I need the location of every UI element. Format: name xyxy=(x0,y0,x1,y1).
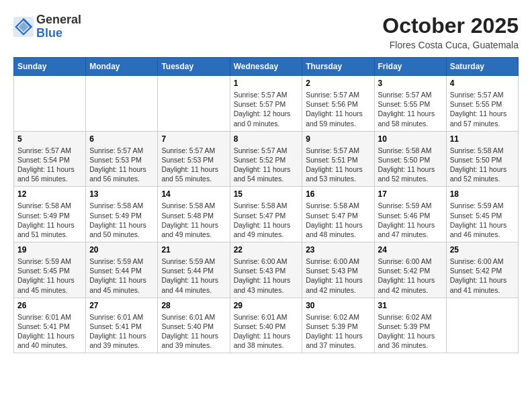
day-info: Sunrise: 5:59 AM Sunset: 5:45 PM Dayligh… xyxy=(17,257,82,295)
day-info: Sunrise: 6:00 AM Sunset: 5:43 PM Dayligh… xyxy=(306,257,370,295)
calendar-cell: 7Sunrise: 5:57 AM Sunset: 5:53 PM Daylig… xyxy=(158,131,230,187)
calendar-cell: 15Sunrise: 5:58 AM Sunset: 5:47 PM Dayli… xyxy=(230,187,302,242)
calendar-week-row: 26Sunrise: 6:01 AM Sunset: 5:41 PM Dayli… xyxy=(14,298,519,353)
calendar-cell: 29Sunrise: 6:01 AM Sunset: 5:40 PM Dayli… xyxy=(230,298,302,353)
day-number: 6 xyxy=(89,134,154,144)
month-title: October 2025 xyxy=(382,13,519,38)
calendar-week-row: 5Sunrise: 5:57 AM Sunset: 5:54 PM Daylig… xyxy=(14,131,519,187)
calendar-cell: 3Sunrise: 5:57 AM Sunset: 5:55 PM Daylig… xyxy=(374,76,446,132)
weekday-header-thursday: Thursday xyxy=(302,58,374,76)
day-number: 12 xyxy=(17,189,82,199)
calendar-cell: 5Sunrise: 5:57 AM Sunset: 5:54 PM Daylig… xyxy=(14,131,86,187)
page-header: General Blue October 2025 Flores Costa C… xyxy=(13,13,519,50)
day-number: 13 xyxy=(89,189,154,199)
calendar-cell: 31Sunrise: 6:02 AM Sunset: 5:39 PM Dayli… xyxy=(374,298,446,353)
logo: General Blue xyxy=(13,13,81,40)
day-number: 15 xyxy=(234,189,299,199)
calendar-cell: 18Sunrise: 5:59 AM Sunset: 5:45 PM Dayli… xyxy=(446,187,518,242)
day-number: 28 xyxy=(161,301,226,310)
weekday-header-tuesday: Tuesday xyxy=(158,58,230,76)
calendar-cell: 4Sunrise: 5:57 AM Sunset: 5:55 PM Daylig… xyxy=(446,76,518,132)
day-number: 19 xyxy=(17,245,82,255)
day-info: Sunrise: 5:59 AM Sunset: 5:45 PM Dayligh… xyxy=(450,201,515,239)
location: Flores Costa Cuca, Guatemala xyxy=(382,40,519,50)
calendar-cell: 30Sunrise: 6:02 AM Sunset: 5:39 PM Dayli… xyxy=(302,298,374,353)
day-info: Sunrise: 5:59 AM Sunset: 5:44 PM Dayligh… xyxy=(89,257,154,295)
day-info: Sunrise: 5:57 AM Sunset: 5:57 PM Dayligh… xyxy=(234,90,299,128)
calendar-cell: 1Sunrise: 5:57 AM Sunset: 5:57 PM Daylig… xyxy=(230,76,302,132)
calendar-cell xyxy=(86,76,158,132)
day-info: Sunrise: 5:58 AM Sunset: 5:50 PM Dayligh… xyxy=(378,146,443,184)
day-info: Sunrise: 6:02 AM Sunset: 5:39 PM Dayligh… xyxy=(378,312,443,351)
calendar-cell xyxy=(14,76,86,132)
day-info: Sunrise: 6:01 AM Sunset: 5:40 PM Dayligh… xyxy=(161,312,226,351)
calendar-cell: 12Sunrise: 5:58 AM Sunset: 5:49 PM Dayli… xyxy=(14,187,86,242)
calendar-cell: 10Sunrise: 5:58 AM Sunset: 5:50 PM Dayli… xyxy=(374,131,446,187)
day-number: 16 xyxy=(306,189,370,199)
day-number: 25 xyxy=(450,245,515,255)
day-number: 10 xyxy=(378,134,443,144)
calendar-cell: 22Sunrise: 6:00 AM Sunset: 5:43 PM Dayli… xyxy=(230,242,302,298)
day-info: Sunrise: 6:02 AM Sunset: 5:39 PM Dayligh… xyxy=(306,312,370,351)
day-number: 18 xyxy=(450,189,515,199)
day-number: 23 xyxy=(306,245,370,255)
logo-text: General Blue xyxy=(36,13,81,40)
day-number: 20 xyxy=(89,245,154,255)
day-info: Sunrise: 5:59 AM Sunset: 5:44 PM Dayligh… xyxy=(161,257,226,295)
day-number: 1 xyxy=(234,79,299,88)
calendar-table: SundayMondayTuesdayWednesdayThursdayFrid… xyxy=(13,57,519,353)
day-number: 4 xyxy=(450,79,515,88)
calendar-cell xyxy=(158,76,230,132)
day-number: 30 xyxy=(306,301,370,310)
day-info: Sunrise: 6:01 AM Sunset: 5:41 PM Dayligh… xyxy=(89,312,154,351)
day-number: 17 xyxy=(378,189,443,199)
calendar-week-row: 1Sunrise: 5:57 AM Sunset: 5:57 PM Daylig… xyxy=(14,76,519,132)
day-info: Sunrise: 5:57 AM Sunset: 5:55 PM Dayligh… xyxy=(450,90,515,128)
day-info: Sunrise: 6:00 AM Sunset: 5:42 PM Dayligh… xyxy=(450,257,515,295)
calendar-cell: 25Sunrise: 6:00 AM Sunset: 5:42 PM Dayli… xyxy=(446,242,518,298)
day-info: Sunrise: 6:00 AM Sunset: 5:43 PM Dayligh… xyxy=(234,257,299,295)
day-info: Sunrise: 5:57 AM Sunset: 5:53 PM Dayligh… xyxy=(161,146,226,184)
calendar-cell: 28Sunrise: 6:01 AM Sunset: 5:40 PM Dayli… xyxy=(158,298,230,353)
day-info: Sunrise: 5:57 AM Sunset: 5:55 PM Dayligh… xyxy=(378,90,443,128)
calendar-cell: 11Sunrise: 5:58 AM Sunset: 5:50 PM Dayli… xyxy=(446,131,518,187)
calendar-cell: 20Sunrise: 5:59 AM Sunset: 5:44 PM Dayli… xyxy=(86,242,158,298)
weekday-header-row: SundayMondayTuesdayWednesdayThursdayFrid… xyxy=(14,58,519,76)
day-number: 24 xyxy=(378,245,443,255)
weekday-header-friday: Friday xyxy=(374,58,446,76)
calendar-cell: 17Sunrise: 5:59 AM Sunset: 5:46 PM Dayli… xyxy=(374,187,446,242)
day-info: Sunrise: 5:57 AM Sunset: 5:56 PM Dayligh… xyxy=(306,90,370,128)
day-info: Sunrise: 6:01 AM Sunset: 5:41 PM Dayligh… xyxy=(17,312,82,351)
weekday-header-sunday: Sunday xyxy=(14,58,86,76)
calendar-cell: 13Sunrise: 5:58 AM Sunset: 5:49 PM Dayli… xyxy=(86,187,158,242)
day-info: Sunrise: 5:58 AM Sunset: 5:47 PM Dayligh… xyxy=(306,201,370,239)
day-info: Sunrise: 5:58 AM Sunset: 5:47 PM Dayligh… xyxy=(234,201,299,239)
calendar-cell: 27Sunrise: 6:01 AM Sunset: 5:41 PM Dayli… xyxy=(86,298,158,353)
day-info: Sunrise: 5:57 AM Sunset: 5:52 PM Dayligh… xyxy=(234,146,299,184)
day-info: Sunrise: 5:58 AM Sunset: 5:49 PM Dayligh… xyxy=(17,201,82,239)
calendar-cell: 2Sunrise: 5:57 AM Sunset: 5:56 PM Daylig… xyxy=(302,76,374,132)
calendar-cell: 26Sunrise: 6:01 AM Sunset: 5:41 PM Dayli… xyxy=(14,298,86,353)
day-info: Sunrise: 5:59 AM Sunset: 5:46 PM Dayligh… xyxy=(378,201,443,239)
day-number: 26 xyxy=(17,301,82,310)
day-number: 21 xyxy=(161,245,226,255)
day-number: 27 xyxy=(89,301,154,310)
title-area: October 2025 Flores Costa Cuca, Guatemal… xyxy=(382,13,519,50)
calendar-cell: 8Sunrise: 5:57 AM Sunset: 5:52 PM Daylig… xyxy=(230,131,302,187)
day-number: 5 xyxy=(17,134,82,144)
weekday-header-monday: Monday xyxy=(86,58,158,76)
day-number: 11 xyxy=(450,134,515,144)
day-info: Sunrise: 5:57 AM Sunset: 5:53 PM Dayligh… xyxy=(89,146,154,184)
calendar-cell: 14Sunrise: 5:58 AM Sunset: 5:48 PM Dayli… xyxy=(158,187,230,242)
calendar-cell: 21Sunrise: 5:59 AM Sunset: 5:44 PM Dayli… xyxy=(158,242,230,298)
day-info: Sunrise: 6:01 AM Sunset: 5:40 PM Dayligh… xyxy=(234,312,299,351)
day-number: 7 xyxy=(161,134,226,144)
day-number: 3 xyxy=(378,79,443,88)
day-number: 22 xyxy=(234,245,299,255)
logo-icon xyxy=(13,17,34,37)
calendar-cell: 19Sunrise: 5:59 AM Sunset: 5:45 PM Dayli… xyxy=(14,242,86,298)
day-info: Sunrise: 5:58 AM Sunset: 5:50 PM Dayligh… xyxy=(450,146,515,184)
weekday-header-wednesday: Wednesday xyxy=(230,58,302,76)
day-info: Sunrise: 5:57 AM Sunset: 5:54 PM Dayligh… xyxy=(17,146,82,184)
day-number: 2 xyxy=(306,79,370,88)
